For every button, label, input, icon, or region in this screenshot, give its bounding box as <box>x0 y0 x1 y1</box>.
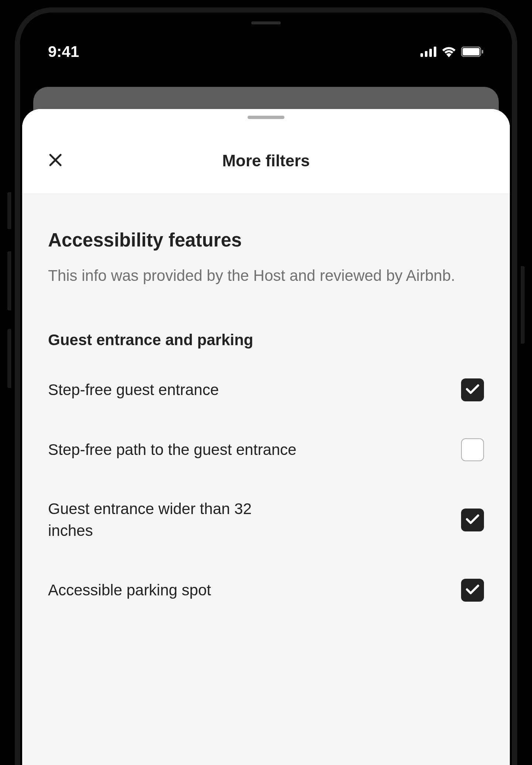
svg-rect-2 <box>429 49 432 57</box>
cellular-icon <box>420 47 437 57</box>
filter-row-step-free-path[interactable]: Step-free path to the guest entrance <box>48 438 484 461</box>
status-icons <box>420 39 484 57</box>
check-icon <box>466 584 480 596</box>
status-time: 9:41 <box>48 35 79 61</box>
close-button[interactable] <box>46 152 65 170</box>
wifi-icon <box>441 46 457 57</box>
check-icon <box>466 384 480 396</box>
battery-icon <box>461 47 484 57</box>
modal-title: More filters <box>222 133 310 170</box>
modal-header: More filters <box>22 109 510 194</box>
phone-body: 9:41 <box>15 7 517 765</box>
checkbox-step-free-path[interactable] <box>461 438 484 461</box>
volume-button <box>7 192 11 229</box>
svg-rect-3 <box>434 47 436 57</box>
phone-notch <box>209 15 323 33</box>
section-description: This info was provided by the Host and r… <box>48 264 484 287</box>
svg-rect-6 <box>482 50 483 54</box>
filter-row-step-free-entrance[interactable]: Step-free guest entrance <box>48 378 484 401</box>
section-title: Accessibility features <box>48 229 484 251</box>
svg-rect-1 <box>425 51 427 57</box>
checkbox-accessible-parking[interactable] <box>461 579 484 602</box>
phone-screen: 9:41 <box>22 15 510 765</box>
checkbox-step-free-entrance[interactable] <box>461 378 484 401</box>
check-icon <box>466 514 480 526</box>
filter-label: Accessible parking spot <box>48 579 299 601</box>
svg-rect-5 <box>463 48 480 55</box>
filter-label: Step-free path to the guest entrance <box>48 439 299 461</box>
subsection-title: Guest entrance and parking <box>48 331 484 349</box>
drag-handle[interactable] <box>248 116 284 119</box>
close-icon <box>49 153 62 168</box>
phone-frame: 9:41 <box>0 0 532 765</box>
power-button <box>521 266 525 344</box>
filters-modal: More filters Accessibility features This… <box>22 109 510 765</box>
earpiece <box>251 21 281 24</box>
volume-down-button <box>7 329 11 388</box>
filter-label: Guest entrance wider than 32 inches <box>48 498 299 542</box>
modal-content: Accessibility features This info was pro… <box>22 194 510 602</box>
filter-row-accessible-parking[interactable]: Accessible parking spot <box>48 579 484 602</box>
svg-rect-0 <box>420 53 423 57</box>
checkbox-entrance-width[interactable] <box>461 509 484 531</box>
filter-row-entrance-width[interactable]: Guest entrance wider than 32 inches <box>48 498 484 542</box>
volume-up-button <box>7 251 11 310</box>
filter-label: Step-free guest entrance <box>48 379 299 401</box>
